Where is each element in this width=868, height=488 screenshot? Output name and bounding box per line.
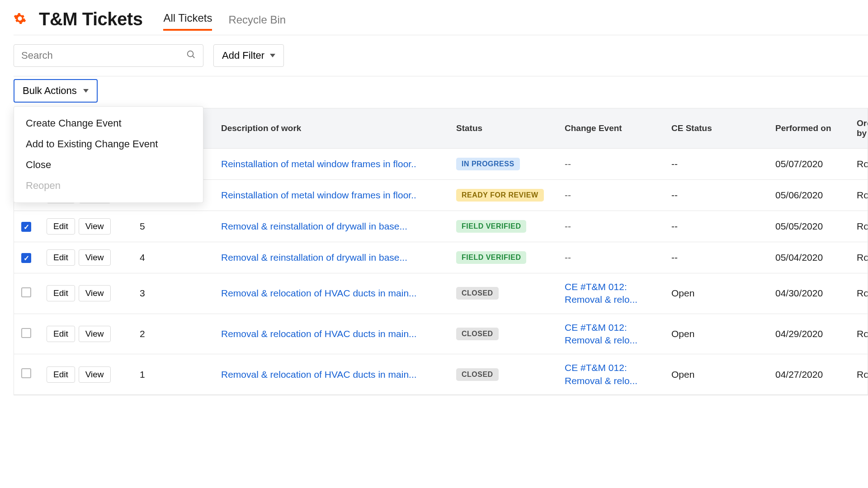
ce-status-value: --	[664, 149, 768, 180]
view-button[interactable]: View	[79, 249, 111, 266]
edit-button[interactable]: Edit	[47, 218, 75, 235]
table-row: Edit View 4 Removal & reinstallation of …	[14, 242, 868, 273]
row-number: 4	[132, 242, 214, 273]
row-number: 3	[132, 273, 214, 314]
svg-line-1	[193, 56, 194, 58]
status-badge: READY FOR REVIEW	[456, 189, 544, 202]
tab-recycle-bin[interactable]: Recycle Bin	[228, 14, 286, 31]
ordered-by-value: Rol	[849, 354, 868, 395]
edit-button[interactable]: Edit	[47, 249, 75, 266]
description-link[interactable]: Removal & relocation of HVAC ducts in ma…	[221, 369, 442, 380]
ordered-by-value: Rol	[849, 314, 868, 354]
add-filter-label: Add Filter	[222, 50, 264, 61]
tabs: All Tickets Recycle Bin	[163, 12, 286, 31]
description-link[interactable]: Removal & relocation of HVAC ducts in ma…	[221, 328, 442, 339]
table-row: Edit View 2 Removal & relocation of HVAC…	[14, 314, 868, 354]
view-button[interactable]: View	[79, 218, 111, 235]
change-event-value: --	[565, 159, 571, 169]
performed-on-value: 05/04/2020	[768, 242, 849, 273]
change-event-link[interactable]: CE #T&M 012:Removal & relo...	[565, 361, 657, 387]
table-row: Edit View 1 Removal & relocation of HVAC…	[14, 354, 868, 395]
table-row: Edit View 3 Removal & relocation of HVAC…	[14, 273, 868, 314]
change-event-value: --	[565, 190, 571, 200]
row-number: 1	[132, 354, 214, 395]
row-number: 2	[132, 314, 214, 354]
change-event-value: --	[565, 221, 571, 231]
col-status[interactable]: Status	[449, 108, 557, 149]
view-button[interactable]: View	[79, 366, 111, 383]
description-link[interactable]: Removal & relocation of HVAC ducts in ma…	[221, 288, 442, 299]
view-button[interactable]: View	[79, 326, 111, 342]
col-description[interactable]: Description of work	[214, 108, 449, 149]
change-event-value: --	[565, 252, 571, 263]
description-link[interactable]: Reinstallation of metal window frames in…	[221, 190, 442, 201]
search-input[interactable]: Search	[14, 44, 203, 67]
ordered-by-value: Rol	[849, 149, 868, 180]
description-link[interactable]: Removal & reinstallation of drywall in b…	[221, 221, 442, 232]
description-link[interactable]: Removal & reinstallation of drywall in b…	[221, 252, 442, 263]
performed-on-value: 04/27/2020	[768, 354, 849, 395]
row-checkbox[interactable]	[21, 222, 31, 232]
status-badge: FIELD VERIFIED	[456, 251, 526, 264]
ce-status-value: Open	[664, 273, 768, 314]
performed-on-value: 05/07/2020	[768, 149, 849, 180]
status-badge: FIELD VERIFIED	[456, 220, 526, 233]
performed-on-value: 05/05/2020	[768, 211, 849, 242]
change-event-link[interactable]: CE #T&M 012:Removal & relo...	[565, 321, 657, 347]
bulk-actions-label: Bulk Actions	[23, 85, 77, 97]
ce-status-value: Open	[664, 314, 768, 354]
description-link[interactable]: Reinstallation of metal window frames in…	[221, 159, 442, 169]
performed-on-value: 04/29/2020	[768, 314, 849, 354]
col-ordered-by[interactable]: Ordered by	[849, 108, 868, 149]
bulk-actions-menu: Create Change Event Add to Existing Chan…	[14, 106, 203, 203]
add-filter-button[interactable]: Add Filter	[213, 44, 284, 67]
bulk-menu-add-existing-change-event[interactable]: Add to Existing Change Event	[14, 134, 203, 155]
col-performed-on[interactable]: Performed on	[768, 108, 849, 149]
page-title: T&M Tickets	[39, 9, 142, 29]
chevron-down-icon	[270, 54, 275, 57]
ordered-by-value: Rol	[849, 211, 868, 242]
row-checkbox[interactable]	[21, 368, 31, 378]
edit-button[interactable]: Edit	[47, 285, 75, 301]
ce-status-value: --	[664, 242, 768, 273]
filter-row: Search Add Filter	[14, 35, 868, 76]
search-placeholder: Search	[21, 50, 53, 61]
svg-point-0	[188, 51, 193, 57]
page-header: T&M Tickets All Tickets Recycle Bin	[14, 9, 868, 35]
divider	[14, 76, 868, 76]
ce-status-value: --	[664, 211, 768, 242]
bulk-menu-create-change-event[interactable]: Create Change Event	[14, 113, 203, 134]
row-checkbox[interactable]	[21, 328, 31, 338]
row-checkbox[interactable]	[21, 287, 31, 297]
ce-status-value: Open	[664, 354, 768, 395]
performed-on-value: 04/30/2020	[768, 273, 849, 314]
chevron-down-icon	[83, 89, 89, 93]
ce-status-value: --	[664, 180, 768, 211]
bulk-actions-area: Bulk Actions Create Change Event Add to …	[14, 79, 868, 103]
edit-button[interactable]: Edit	[47, 366, 75, 383]
view-button[interactable]: View	[79, 285, 111, 301]
row-checkbox[interactable]	[21, 253, 31, 263]
status-badge: IN PROGRESS	[456, 158, 520, 170]
status-badge: CLOSED	[456, 328, 499, 340]
edit-button[interactable]: Edit	[47, 326, 75, 342]
table-row: Edit View 5 Removal & reinstallation of …	[14, 211, 868, 242]
col-ce-status[interactable]: CE Status	[664, 108, 768, 149]
ordered-by-value: Rol	[849, 180, 868, 211]
bulk-menu-close[interactable]: Close	[14, 155, 203, 175]
row-number: 5	[132, 211, 214, 242]
ordered-by-value: Rol	[849, 242, 868, 273]
ordered-by-value: Rol	[849, 273, 868, 314]
bulk-actions-button[interactable]: Bulk Actions	[14, 79, 98, 103]
status-badge: CLOSED	[456, 368, 499, 381]
col-change-event[interactable]: Change Event	[557, 108, 664, 149]
status-badge: CLOSED	[456, 287, 499, 300]
tab-all-tickets[interactable]: All Tickets	[163, 12, 212, 31]
gear-icon[interactable]	[14, 12, 26, 27]
change-event-link[interactable]: CE #T&M 012:Removal & relo...	[565, 281, 657, 306]
search-icon	[186, 49, 196, 62]
bulk-menu-reopen: Reopen	[14, 175, 203, 196]
performed-on-value: 05/06/2020	[768, 180, 849, 211]
